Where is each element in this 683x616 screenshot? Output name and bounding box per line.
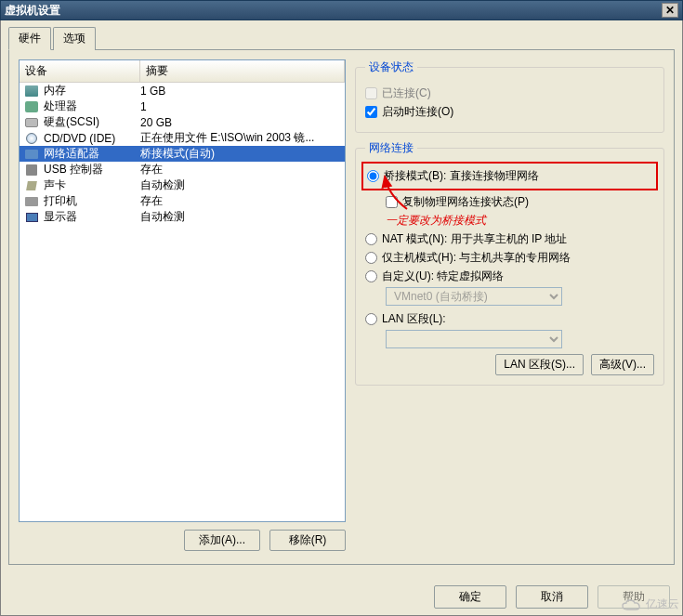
tab-strip: 硬件 选项 <box>8 27 675 50</box>
device-name: CD/DVD (IDE) <box>44 132 115 145</box>
cancel-button[interactable]: 取消 <box>516 585 588 609</box>
custom-label: 自定义(U): 特定虚拟网络 <box>382 269 504 284</box>
col-device[interactable]: 设备 <box>20 60 140 82</box>
network-buttons: LAN 区段(S)... 高级(V)... <box>365 354 654 375</box>
connect-at-power-label: 启动时连接(O) <box>382 104 453 120</box>
device-name: 打印机 <box>44 193 77 209</box>
connected-label: 已连接(C) <box>382 85 431 101</box>
bridged-radio[interactable] <box>367 170 379 182</box>
memory-icon <box>23 85 40 98</box>
dialog-footer: 确定 取消 帮助 <box>434 585 670 609</box>
custom-select-row: VMnet0 (自动桥接) <box>386 287 654 306</box>
lanseg-label: LAN 区段(L): <box>382 311 446 327</box>
device-state-group: 设备状态 已连接(C) 启动时连接(O) <box>355 59 664 133</box>
custom-row: 自定义(U): 特定虚拟网络 <box>365 269 654 284</box>
device-name: 显示器 <box>44 209 77 225</box>
cd-icon <box>23 132 40 145</box>
bridged-row: 桥接模式(B): 直接连接物理网络 <box>367 168 652 184</box>
printer-icon <box>23 195 40 208</box>
device-row[interactable]: 显示器自动检测 <box>20 209 345 225</box>
replicate-row: 复制物理网络连接状态(P) <box>386 194 654 210</box>
device-row[interactable]: 内存1 GB <box>20 83 345 98</box>
device-row[interactable]: 声卡自动检测 <box>20 177 345 193</box>
device-summary: 自动检测 <box>140 209 345 225</box>
device-summary: 20 GB <box>140 116 345 129</box>
remove-button[interactable]: 移除(R) <box>269 530 346 551</box>
device-name: USB 控制器 <box>44 162 103 177</box>
nat-label: NAT 模式(N): 用于共享主机的 IP 地址 <box>382 231 567 247</box>
lanseg-row: LAN 区段(L): <box>365 311 654 327</box>
device-list-header: 设备 摘要 <box>20 60 345 83</box>
nat-row: NAT 模式(N): 用于共享主机的 IP 地址 <box>365 231 654 247</box>
cpu-icon <box>23 100 40 113</box>
device-row[interactable]: 硬盘(SCSI)20 GB <box>20 114 345 130</box>
usb-icon <box>23 164 40 177</box>
close-button[interactable]: ✕ <box>662 3 678 18</box>
help-button[interactable]: 帮助 <box>598 585 670 609</box>
list-buttons: 添加(A)... 移除(R) <box>19 530 346 551</box>
dialog-body: 硬件 选项 设备 摘要 内存1 GB处理器1硬盘(SCSI)20 GBCD/DV… <box>0 20 683 616</box>
device-summary: 1 <box>140 100 345 113</box>
device-summary: 存在 <box>140 162 345 177</box>
device-row[interactable]: 网络适配器桥接模式(自动) <box>20 146 345 162</box>
hostonly-radio[interactable] <box>365 252 377 264</box>
lanseg-select <box>386 330 562 348</box>
nat-radio[interactable] <box>365 233 377 245</box>
advanced-button[interactable]: 高级(V)... <box>591 354 654 375</box>
annotation-text: 一定要改为桥接模式 <box>365 213 654 229</box>
device-list[interactable]: 设备 摘要 内存1 GB处理器1硬盘(SCSI)20 GBCD/DVD (IDE… <box>19 59 346 522</box>
connected-checkbox <box>365 87 377 99</box>
add-button[interactable]: 添加(A)... <box>184 530 260 551</box>
replicate-checkbox[interactable] <box>386 196 398 208</box>
hostonly-label: 仅主机模式(H): 与主机共享的专用网络 <box>382 250 571 266</box>
network-legend: 网络连接 <box>365 140 417 156</box>
hostonly-row: 仅主机模式(H): 与主机共享的专用网络 <box>365 250 654 266</box>
highlight-box: 桥接模式(B): 直接连接物理网络 <box>361 162 658 190</box>
lanseg-radio[interactable] <box>365 313 377 325</box>
device-name: 处理器 <box>44 98 77 114</box>
device-row[interactable]: CD/DVD (IDE)正在使用文件 E:\ISO\win 2003 镜... <box>20 130 345 146</box>
titlebar: 虚拟机设置 ✕ <box>0 0 683 20</box>
replicate-label: 复制物理网络连接状态(P) <box>402 194 529 210</box>
connect-at-power-checkbox[interactable] <box>365 106 377 118</box>
col-summary[interactable]: 摘要 <box>140 60 345 82</box>
device-name: 硬盘(SCSI) <box>44 114 99 130</box>
hdd-icon <box>23 116 40 129</box>
device-name: 网络适配器 <box>44 146 99 162</box>
left-panel: 设备 摘要 内存1 GB处理器1硬盘(SCSI)20 GBCD/DVD (IDE… <box>19 59 346 555</box>
tab-options[interactable]: 选项 <box>53 27 96 50</box>
device-summary: 正在使用文件 E:\ISO\win 2003 镜... <box>140 130 345 146</box>
network-icon <box>23 148 40 161</box>
custom-radio[interactable] <box>365 270 377 282</box>
device-summary: 存在 <box>140 193 345 209</box>
lan-segments-button[interactable]: LAN 区段(S)... <box>495 354 584 375</box>
device-summary: 1 GB <box>140 85 345 98</box>
device-row[interactable]: 处理器1 <box>20 98 345 114</box>
ok-button[interactable]: 确定 <box>434 585 506 609</box>
device-row[interactable]: 打印机存在 <box>20 193 345 209</box>
tab-hardware[interactable]: 硬件 <box>8 27 51 50</box>
device-name: 内存 <box>44 83 66 98</box>
connect-at-power-row: 启动时连接(O) <box>365 104 654 120</box>
network-connection-group: 网络连接 桥接模式(B): 直接连接物理网络 复制物理网络连接状态(P) 一定要… <box>355 140 664 386</box>
bridged-label: 桥接模式(B): 直接连接物理网络 <box>384 168 539 184</box>
device-summary: 自动检测 <box>140 177 345 193</box>
custom-vmnet-select: VMnet0 (自动桥接) <box>386 287 562 306</box>
monitor-icon <box>23 211 40 224</box>
device-state-legend: 设备状态 <box>365 59 417 75</box>
tab-content: 设备 摘要 内存1 GB处理器1硬盘(SCSI)20 GBCD/DVD (IDE… <box>8 49 675 565</box>
window-title: 虚拟机设置 <box>5 3 662 19</box>
lanseg-select-row <box>386 330 654 348</box>
right-panel: 设备状态 已连接(C) 启动时连接(O) 网络连接 桥接模式(B): 直接连接物… <box>355 59 664 555</box>
sound-icon <box>23 179 40 192</box>
device-summary: 桥接模式(自动) <box>140 146 345 162</box>
device-name: 声卡 <box>44 177 66 193</box>
close-icon: ✕ <box>665 4 675 17</box>
connected-row: 已连接(C) <box>365 85 654 101</box>
device-row[interactable]: USB 控制器存在 <box>20 162 345 177</box>
